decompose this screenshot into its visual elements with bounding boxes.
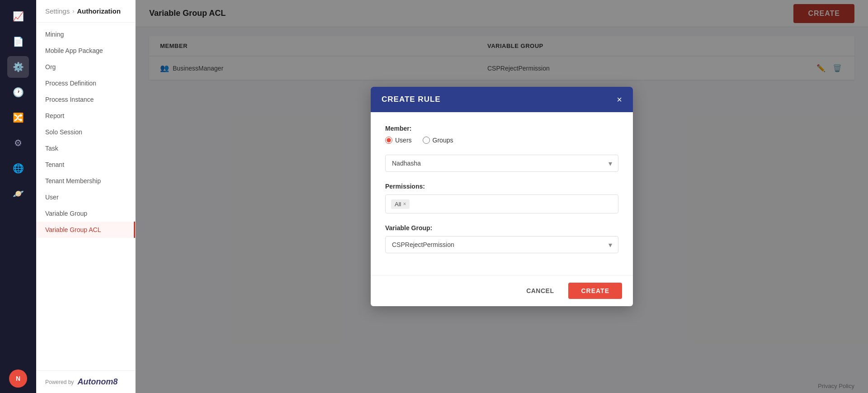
users-radio-input[interactable] — [385, 137, 392, 144]
variable-group-label: Variable Group: — [385, 224, 618, 232]
member-radio-group: Users Groups — [385, 137, 618, 144]
modal-title: CREATE RULE — [382, 95, 441, 104]
autonom-logo: Autonom8 — [77, 377, 118, 387]
breadcrumb-current: Authorization — [77, 7, 121, 15]
gear-icon[interactable]: ⚙️ — [7, 56, 29, 78]
breadcrumb: Settings › Authorization — [36, 0, 135, 23]
user-select-group: Nadhasha — [385, 155, 618, 172]
modal-header: CREATE RULE × — [371, 87, 633, 112]
users-radio-text: Users — [395, 137, 412, 144]
create-rule-modal: CREATE RULE × Member: Users Groups — [371, 87, 633, 306]
permissions-label: Permissions: — [385, 183, 618, 190]
groups-radio-label[interactable]: Groups — [423, 137, 453, 144]
sidebar-item-user[interactable]: User — [36, 189, 135, 205]
variable-group-form-group: Variable Group: CSPRejectPermission — [385, 224, 618, 253]
icon-sidebar: 📈 📄 ⚙️ 🕐 🔀 ⚙ 🌐 🪐 N — [0, 0, 36, 393]
sidebar-item-variable-group-acl[interactable]: Variable Group ACL — [36, 222, 135, 238]
sidebar-item-mobile-app-package[interactable]: Mobile App Package — [36, 43, 135, 59]
tag-remove-icon[interactable]: × — [403, 201, 406, 207]
permissions-tag-input[interactable]: All × — [385, 194, 618, 213]
sidebar-item-task[interactable]: Task — [36, 140, 135, 156]
users-radio-label[interactable]: Users — [385, 137, 412, 144]
modal-body: Member: Users Groups — [371, 112, 633, 275]
nav-footer: Powered by Autonom8 — [36, 370, 135, 393]
planet-icon[interactable]: 🪐 — [7, 183, 29, 204]
user-select-wrapper: Nadhasha — [385, 155, 618, 172]
sidebar-item-mining[interactable]: Mining — [36, 26, 135, 43]
member-form-group: Member: Users Groups — [385, 125, 618, 144]
sidebar-item-report[interactable]: Report — [36, 108, 135, 124]
variable-group-select[interactable]: CSPRejectPermission — [385, 236, 618, 253]
sidebar-item-tenant[interactable]: Tenant — [36, 156, 135, 173]
modal-create-button[interactable]: CREATE — [568, 283, 622, 299]
sidebar-item-process-definition[interactable]: Process Definition — [36, 75, 135, 91]
chart-icon[interactable]: 📈 — [7, 5, 29, 27]
groups-radio-text: Groups — [433, 137, 453, 144]
modal-overlay[interactable]: CREATE RULE × Member: Users Groups — [136, 0, 868, 393]
modal-close-button[interactable]: × — [617, 95, 622, 104]
nav-items-list: Mining Mobile App Package Org Process De… — [36, 23, 135, 370]
modal-footer: CANCEL CREATE — [371, 275, 633, 306]
globe-icon[interactable]: 🌐 — [7, 157, 29, 179]
permissions-tag-all: All × — [391, 199, 410, 209]
sidebar-item-variable-group[interactable]: Variable Group — [36, 205, 135, 222]
sidebar-item-process-instance[interactable]: Process Instance — [36, 91, 135, 108]
doc-icon[interactable]: 📄 — [7, 31, 29, 52]
powered-by-label: Powered by — [45, 379, 74, 385]
user-avatar[interactable]: N — [9, 369, 27, 388]
flow-icon[interactable]: 🔀 — [7, 107, 29, 128]
groups-radio-input[interactable] — [423, 137, 430, 144]
breadcrumb-settings[interactable]: Settings — [45, 7, 70, 15]
user-select[interactable]: Nadhasha — [385, 155, 618, 172]
sidebar-item-tenant-membership[interactable]: Tenant Membership — [36, 173, 135, 189]
member-label: Member: — [385, 125, 618, 132]
tag-text: All — [395, 201, 401, 208]
sidebar-item-org[interactable]: Org — [36, 59, 135, 75]
variable-group-select-wrapper: CSPRejectPermission — [385, 236, 618, 253]
cancel-button[interactable]: CANCEL — [517, 283, 563, 299]
main-content: Variable Group ACL CREATE Member Variabl… — [136, 0, 868, 393]
settings2-icon[interactable]: ⚙ — [7, 132, 29, 154]
nav-sidebar: Settings › Authorization Mining Mobile A… — [36, 0, 136, 393]
permissions-form-group: Permissions: All × — [385, 183, 618, 213]
sidebar-item-solo-session[interactable]: Solo Session — [36, 124, 135, 140]
breadcrumb-arrow: › — [72, 8, 74, 14]
clock-icon[interactable]: 🕐 — [7, 81, 29, 103]
